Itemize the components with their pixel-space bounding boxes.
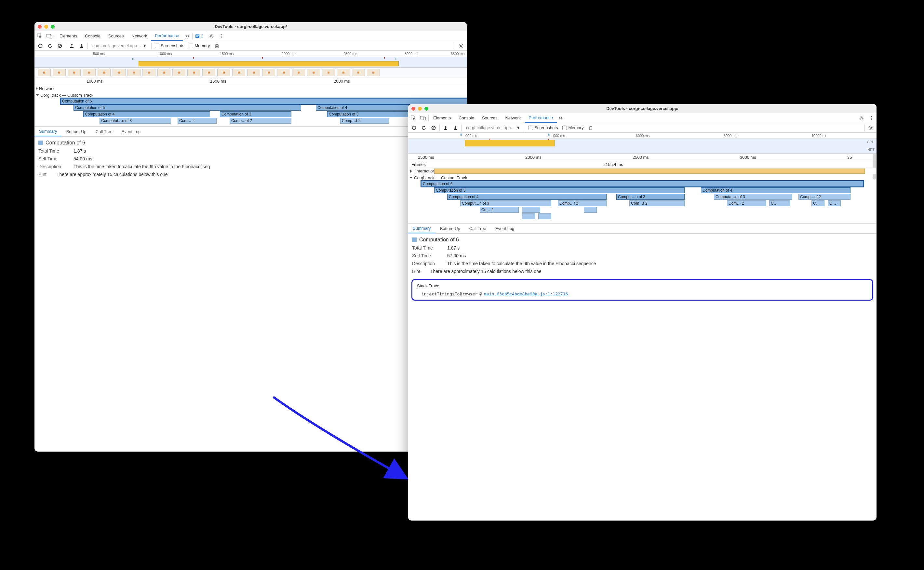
close-icon[interactable] — [38, 25, 41, 29]
main-ruler[interactable]: 1000 ms 1500 ms 2000 ms — [34, 77, 467, 85]
flame-block[interactable]: Computation of 4 — [447, 194, 607, 200]
record-button[interactable] — [37, 42, 44, 50]
url-selector[interactable]: corgi-collage.vercel.app…▼ — [464, 125, 523, 131]
flame-block[interactable] — [522, 213, 535, 219]
tab-performance[interactable]: Performance — [525, 113, 557, 123]
tab-performance[interactable]: Performance — [151, 31, 183, 41]
tab-summary[interactable]: Summary — [34, 127, 62, 136]
gc-icon[interactable] — [587, 124, 595, 132]
memory-checkbox[interactable]: Memory — [561, 125, 585, 130]
capture-settings-icon[interactable] — [457, 42, 465, 50]
download-icon[interactable] — [451, 124, 459, 132]
tab-bottom-up[interactable]: Bottom-Up — [62, 127, 91, 136]
tab-sources[interactable]: Sources — [478, 113, 502, 123]
capture-settings-icon[interactable] — [867, 124, 875, 132]
custom-track-header[interactable]: Corgi track — Custom Track — [34, 92, 467, 98]
screenshot-thumbs[interactable] — [34, 68, 467, 77]
tab-network[interactable]: Network — [502, 113, 525, 123]
tab-call-tree[interactable]: Call Tree — [465, 224, 491, 233]
device-toggle-icon[interactable] — [45, 32, 54, 41]
flame-block[interactable]: Computation of 4 — [83, 111, 210, 117]
inspect-icon[interactable] — [35, 32, 44, 41]
record-button[interactable] — [410, 124, 418, 132]
flame-block[interactable]: Com… 2 — [727, 201, 766, 206]
flame-block[interactable]: Com… 2 — [177, 118, 217, 124]
upload-icon[interactable] — [442, 124, 450, 132]
screenshots-checkbox[interactable]: Screenshots — [527, 125, 559, 130]
flame-block[interactable]: Comp…f 2 — [558, 201, 607, 206]
tab-console[interactable]: Console — [455, 113, 478, 123]
overview-timeline[interactable]: CPU NET — [408, 139, 877, 153]
tab-elements[interactable]: Elements — [56, 31, 81, 41]
more-tabs-icon[interactable] — [184, 31, 191, 41]
inspect-icon[interactable] — [409, 113, 418, 123]
flame-block[interactable]: Comput…n of 3 — [460, 201, 551, 206]
network-track-header[interactable]: Network — [34, 85, 467, 92]
flame-block[interactable]: C… — [769, 201, 790, 206]
flame-block[interactable]: Comp…of 2 — [229, 118, 291, 124]
maximize-icon[interactable] — [424, 107, 428, 110]
tab-sources[interactable]: Sources — [104, 31, 128, 41]
flame-block[interactable]: Computation of 5 — [434, 187, 685, 193]
flame-block[interactable]: Computut…n of 3 — [99, 118, 171, 124]
close-icon[interactable] — [412, 107, 415, 110]
flame-block[interactable] — [584, 207, 597, 213]
clear-button[interactable] — [56, 42, 64, 50]
url-selector[interactable]: corgi-collage.vercel.app…▼ — [90, 43, 149, 49]
tab-event-log[interactable]: Event Log — [117, 127, 145, 136]
download-icon[interactable] — [78, 42, 86, 50]
flame-block[interactable]: Computation of 3 — [327, 111, 418, 117]
tab-network[interactable]: Network — [128, 31, 151, 41]
more-icon[interactable] — [217, 32, 226, 41]
flame-block[interactable]: Co… 2 — [480, 207, 519, 213]
flame-block[interactable]: C… — [811, 201, 825, 206]
tab-call-tree[interactable]: Call Tree — [91, 127, 117, 136]
more-icon[interactable] — [867, 113, 876, 123]
flame-block[interactable]: Computation of 6 — [61, 98, 467, 104]
flame-block[interactable]: Computation of 6 — [421, 181, 863, 187]
stack-source-link[interactable]: main.63cb5c4bde8be90a.js:1:122716 — [484, 291, 568, 296]
more-tabs-icon[interactable] — [557, 113, 565, 123]
frames-row[interactable]: Frames 2155.4 ms — [408, 161, 877, 168]
settings-icon[interactable] — [207, 32, 216, 41]
flame-block[interactable]: Com…f 2 — [629, 201, 685, 206]
minimize-icon[interactable] — [44, 25, 48, 29]
tab-summary[interactable]: Summary — [408, 224, 436, 233]
tab-bottom-up[interactable]: Bottom-Up — [436, 224, 465, 233]
gc-icon[interactable] — [213, 42, 221, 50]
interactions-row[interactable]: Interactions — [408, 168, 877, 175]
flame-block[interactable]: Comp…f 2 — [340, 118, 389, 124]
flame-block[interactable]: Comp…of 2 — [799, 194, 851, 200]
flame-block[interactable] — [538, 213, 551, 219]
memory-checkbox[interactable]: Memory — [187, 43, 211, 48]
screenshots-checkbox[interactable]: Screenshots — [153, 43, 185, 48]
upload-icon[interactable] — [68, 42, 76, 50]
device-toggle-icon[interactable] — [419, 113, 428, 123]
tab-event-log[interactable]: Event Log — [491, 224, 519, 233]
overview-timeline[interactable]: II II — [34, 57, 467, 68]
overview-ruler[interactable]: 500 ms 1000 ms 1500 ms 2000 ms 2500 ms 3… — [34, 51, 467, 57]
flame-chart[interactable]: Computation of 6 Computation of 5 Comput… — [408, 181, 877, 223]
main-ruler[interactable]: 1500 ms 2000 ms 2500 ms 3000 ms 35 — [408, 153, 877, 161]
clear-button[interactable] — [430, 124, 438, 132]
tab-elements[interactable]: Elements — [429, 113, 455, 123]
reload-record-button[interactable] — [420, 124, 428, 132]
flame-block[interactable] — [522, 207, 540, 213]
custom-track-header[interactable]: Corgi track — Custom Track — [408, 175, 877, 181]
minimize-icon[interactable] — [418, 107, 422, 110]
flame-block[interactable]: Computation of 5 — [73, 105, 301, 110]
maximize-icon[interactable] — [51, 25, 55, 29]
flame-block[interactable]: Computa…n of 3 — [714, 194, 792, 200]
flame-block[interactable]: Computation of 3 — [220, 111, 291, 117]
flame-block[interactable]: C… — [828, 201, 841, 206]
issues-badge[interactable]: 2 — [193, 31, 205, 41]
overview-ruler[interactable]: II 000 ms II 000 ms 6000 ms 8000 ms 1000… — [408, 133, 877, 139]
interaction-span[interactable] — [434, 169, 865, 174]
flame-chart[interactable]: Computation of 6 Computation of 5 Comput… — [34, 98, 467, 126]
flame-block[interactable]: Comput…n of 3 — [617, 194, 685, 200]
flame-block[interactable]: Computation of 4 — [316, 105, 413, 110]
flame-block[interactable]: Computation of 4 — [701, 187, 851, 193]
tab-console[interactable]: Console — [81, 31, 104, 41]
reload-record-button[interactable] — [46, 42, 54, 50]
settings-icon[interactable] — [857, 113, 866, 123]
